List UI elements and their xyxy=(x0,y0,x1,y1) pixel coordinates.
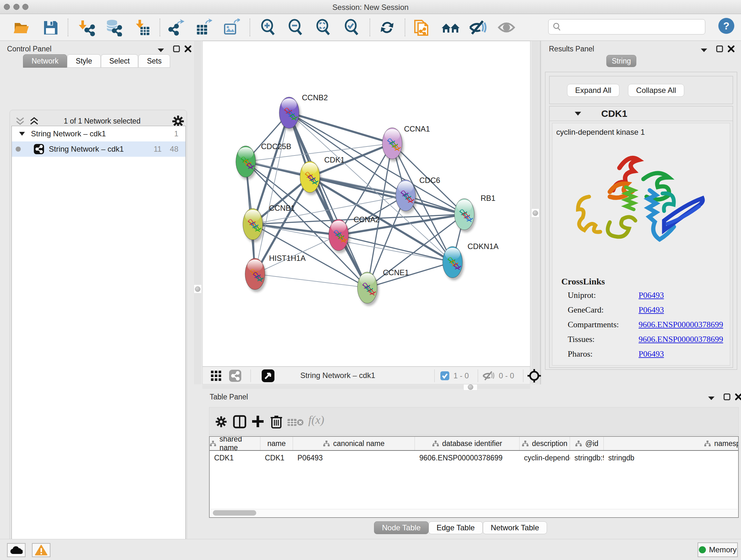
edge-CCNA2-CDKN1A[interactable] xyxy=(339,235,453,262)
column-header-name[interactable]: name xyxy=(260,437,293,450)
grid-view-icon[interactable] xyxy=(211,371,222,381)
tab-network-table[interactable]: Network Table xyxy=(483,521,547,534)
birds-eye-view-icon[interactable] xyxy=(261,369,275,382)
column-header-canonical-name[interactable]: canonical name xyxy=(293,437,415,450)
selected-checkbox-icon[interactable] xyxy=(440,371,450,381)
node-CDC25B[interactable] xyxy=(236,146,257,180)
crosslink-link[interactable]: P06493 xyxy=(638,291,664,300)
table-cell[interactable]: CDK1 xyxy=(260,451,293,465)
show-all-button[interactable] xyxy=(496,17,517,38)
zoom-out-button[interactable] xyxy=(285,17,306,38)
show-columns-icon[interactable] xyxy=(233,415,246,428)
tab-network[interactable]: Network xyxy=(23,54,67,68)
table-cell[interactable]: P06493 xyxy=(293,451,415,465)
tab-select[interactable]: Select xyxy=(101,54,138,68)
table-panel-float-icon[interactable] xyxy=(708,396,715,400)
expand-all-button[interactable]: Expand All xyxy=(567,84,619,97)
import-table-file-button[interactable] xyxy=(132,17,152,38)
tab-node-table[interactable]: Node Table xyxy=(374,521,428,534)
node-CCNE1[interactable] xyxy=(357,272,379,306)
zoom-fit-button[interactable] xyxy=(313,17,333,38)
node-RB1[interactable] xyxy=(455,199,476,233)
table-panel-maximize-icon[interactable] xyxy=(724,393,731,400)
search-bar[interactable] xyxy=(548,19,705,35)
network-collection-row[interactable]: String Network – cdk1 1 xyxy=(12,126,185,141)
export-network-button[interactable] xyxy=(165,17,186,38)
node-table[interactable]: shared namenamecanonical namedatabase id… xyxy=(209,436,739,518)
zoom-in-button[interactable] xyxy=(258,17,278,38)
warnings-button[interactable] xyxy=(32,543,51,557)
collapse-all-networks-icon[interactable] xyxy=(15,117,25,126)
import-network-database-button[interactable] xyxy=(103,17,124,38)
tab-string[interactable]: String xyxy=(606,55,636,67)
first-neighbors-button[interactable] xyxy=(441,17,461,38)
table-row[interactable]: CDK1CDK1P064939606.ENSP00000378699cyclin… xyxy=(210,451,738,465)
edge-CDKN1A-CCNE1[interactable] xyxy=(367,262,453,288)
left-splitter-grip[interactable] xyxy=(194,285,202,294)
network-row-selected[interactable]: String Network – cdk1 11 48 xyxy=(12,141,185,157)
table-settings-gear-icon[interactable] xyxy=(215,416,227,428)
zoom-selected-button[interactable] xyxy=(341,17,362,38)
results-panel-maximize-icon[interactable] xyxy=(716,45,723,52)
open-session-button[interactable] xyxy=(11,17,32,38)
crosslink-link[interactable]: 9606.ENSP00000378699 xyxy=(638,320,723,329)
table-cell[interactable]: 9606.ENSP00000378699 xyxy=(415,451,520,465)
column-header-shared-name[interactable]: shared name xyxy=(210,437,260,450)
edge-HIST1H1A-CCNE1[interactable] xyxy=(255,274,367,288)
tab-style[interactable]: Style xyxy=(67,54,100,68)
table-hscrollbar[interactable] xyxy=(210,509,738,516)
column-header-namespace[interactable]: namespace xyxy=(604,437,739,450)
node-HIST1H1A[interactable] xyxy=(245,258,266,292)
table-panel-close-icon[interactable] xyxy=(735,393,741,400)
crosslink-link[interactable]: P06493 xyxy=(638,305,664,315)
crosslink-link[interactable]: P06493 xyxy=(638,349,664,359)
table-cell[interactable]: cyclin-dependent ... xyxy=(520,451,570,465)
left-splitter[interactable] xyxy=(194,41,201,384)
control-panel-close-icon[interactable] xyxy=(185,45,192,52)
table-hscrollbar-thumb[interactable] xyxy=(213,510,256,516)
results-panel-float-icon[interactable] xyxy=(700,48,708,52)
add-column-icon[interactable] xyxy=(252,415,264,428)
cloud-button[interactable] xyxy=(7,543,25,557)
export-table-button[interactable] xyxy=(193,17,213,38)
edge-CCNB2-HIST1H1A[interactable] xyxy=(255,113,289,274)
edge-CCNB2-CCNA1[interactable] xyxy=(289,113,392,143)
help-button[interactable]: ? xyxy=(718,18,734,34)
refresh-button[interactable] xyxy=(377,17,397,38)
fit-selected-crosshair-icon[interactable] xyxy=(527,368,542,383)
search-input[interactable] xyxy=(561,23,698,31)
table-cell[interactable]: stringdb:9... xyxy=(570,451,604,465)
import-network-file-button[interactable] xyxy=(76,17,97,38)
tab-sets[interactable]: Sets xyxy=(138,54,170,68)
export-image-button[interactable] xyxy=(221,17,241,38)
delete-column-trash-icon[interactable] xyxy=(270,415,283,428)
bottom-splitter[interactable] xyxy=(202,385,530,389)
table-cell[interactable]: CDK1 xyxy=(210,451,260,465)
control-panel-maximize-icon[interactable] xyxy=(173,45,180,52)
table-cell[interactable]: stringdb xyxy=(604,451,739,465)
tab-edge-table[interactable]: Edge Table xyxy=(428,521,483,534)
column-header-database-identifier[interactable]: database identifier xyxy=(415,437,520,450)
save-session-button[interactable] xyxy=(40,17,61,38)
expand-all-networks-icon[interactable] xyxy=(29,117,39,126)
network-canvas[interactable]: CCNB2CCNA1CDC25BCDK1CDC6RB1CCNB1CCNA2CDK… xyxy=(202,41,530,367)
edge-CCNB2-RB1[interactable] xyxy=(289,113,464,214)
network-graph[interactable]: CCNB2CCNA1CDC25BCDK1CDC6RB1CCNB1CCNA2CDK… xyxy=(203,41,530,366)
network-view-icon[interactable] xyxy=(229,369,242,382)
collapse-all-button[interactable]: Collapse All xyxy=(628,84,684,97)
new-network-from-selection-button[interactable] xyxy=(411,17,431,38)
node-CCNA2[interactable] xyxy=(329,219,350,253)
column-header--id[interactable]: @id xyxy=(570,437,604,450)
tree-expand-icon[interactable] xyxy=(19,132,25,136)
right-splitter-grip[interactable] xyxy=(531,208,539,217)
gene-section-header[interactable]: CDK1 xyxy=(549,106,733,121)
results-panel-close-icon[interactable] xyxy=(728,45,735,52)
node-CCNA1[interactable] xyxy=(382,128,404,162)
control-panel-float-icon[interactable] xyxy=(157,48,165,52)
section-collapse-icon[interactable] xyxy=(575,111,582,116)
node-CDKN1A[interactable] xyxy=(443,246,464,280)
node-CCNB1[interactable] xyxy=(243,208,264,242)
hide-selected-button[interactable] xyxy=(468,17,488,38)
memory-button[interactable]: Memory xyxy=(697,543,738,557)
edge-CCNB1-CCNA2[interactable] xyxy=(253,224,339,235)
